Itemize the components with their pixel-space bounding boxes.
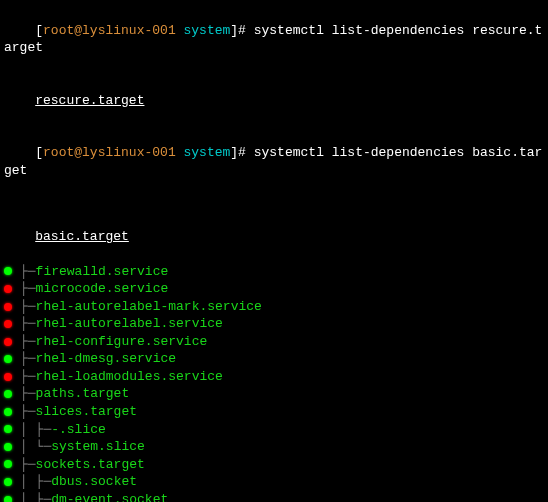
unit-name: paths.target (36, 385, 130, 403)
tree-branch: ├─ (20, 280, 36, 298)
status-inactive-icon (4, 320, 12, 328)
host: lyslinux-001 (82, 145, 176, 160)
status-active-icon (4, 390, 12, 398)
tree-row: ├─rhel-configure.service (4, 333, 544, 351)
unit-name: rhel-autorelabel.service (36, 315, 223, 333)
tree-row: │ ├─-.slice (4, 421, 544, 439)
tree-branch: │ ├─ (20, 491, 51, 502)
unit-name: rhel-autorelabel-mark.service (36, 298, 262, 316)
tree-row: ├─rhel-autorelabel-mark.service (4, 298, 544, 316)
unit-name: sockets.target (36, 456, 145, 474)
prompt-line-1[interactable]: [root@lyslinux-001 system]# systemctl li… (4, 4, 544, 74)
unit-name: slices.target (36, 403, 137, 421)
output-header-2: basic.target (4, 210, 544, 263)
tree-branch: │ └─ (20, 438, 51, 456)
tree-row: ├─firewalld.service (4, 263, 544, 281)
status-inactive-icon (4, 303, 12, 311)
unit-name: dm-event.socket (51, 491, 168, 502)
unit-name: rhel-loadmodules.service (36, 368, 223, 386)
status-inactive-icon (4, 285, 12, 293)
tree-row: ├─rhel-autorelabel.service (4, 315, 544, 333)
output-line-1: rescure.target (4, 74, 544, 127)
tree-branch: ├─ (20, 385, 36, 403)
tree-branch: │ ├─ (20, 421, 51, 439)
dependency-tree: ├─firewalld.service├─microcode.service├─… (4, 263, 544, 502)
unit-name: rhel-configure.service (36, 333, 208, 351)
status-active-icon (4, 408, 12, 416)
tree-branch: ├─ (20, 263, 36, 281)
tree-row: │ └─system.slice (4, 438, 544, 456)
tree-row: ├─sockets.target (4, 456, 544, 474)
status-active-icon (4, 443, 12, 451)
status-active-icon (4, 478, 12, 486)
status-inactive-icon (4, 373, 12, 381)
status-active-icon (4, 355, 12, 363)
status-active-icon (4, 460, 12, 468)
tree-row: │ ├─dm-event.socket (4, 491, 544, 502)
blank-line (4, 197, 544, 210)
unit-name: firewalld.service (36, 263, 169, 281)
tree-branch: ├─ (20, 350, 36, 368)
tree-row: ├─rhel-loadmodules.service (4, 368, 544, 386)
tree-row: │ ├─dbus.socket (4, 473, 544, 491)
unit-name: rhel-dmesg.service (36, 350, 176, 368)
tree-branch: ├─ (20, 456, 36, 474)
status-active-icon (4, 425, 12, 433)
unit-name: -.slice (51, 421, 106, 439)
status-inactive-icon (4, 338, 12, 346)
status-active-icon (4, 496, 12, 502)
path: system (184, 145, 231, 160)
tree-row: ├─microcode.service (4, 280, 544, 298)
unit-name: dbus.socket (51, 473, 137, 491)
tree-branch: ├─ (20, 315, 36, 333)
tree-branch: ├─ (20, 403, 36, 421)
tree-row: ├─slices.target (4, 403, 544, 421)
host: lyslinux-001 (82, 23, 176, 38)
user: root (43, 23, 74, 38)
path: system (184, 23, 231, 38)
tree-branch: │ ├─ (20, 473, 51, 491)
unit-name: microcode.service (36, 280, 169, 298)
tree-row: ├─rhel-dmesg.service (4, 350, 544, 368)
status-active-icon (4, 267, 12, 275)
tree-branch: ├─ (20, 368, 36, 386)
user: root (43, 145, 74, 160)
unit-name: system.slice (51, 438, 145, 456)
tree-branch: ├─ (20, 333, 36, 351)
prompt-line-2[interactable]: [root@lyslinux-001 system]# systemctl li… (4, 127, 544, 197)
tree-row: ├─paths.target (4, 385, 544, 403)
terminal-output: [root@lyslinux-001 system]# systemctl li… (4, 4, 544, 502)
tree-branch: ├─ (20, 298, 36, 316)
